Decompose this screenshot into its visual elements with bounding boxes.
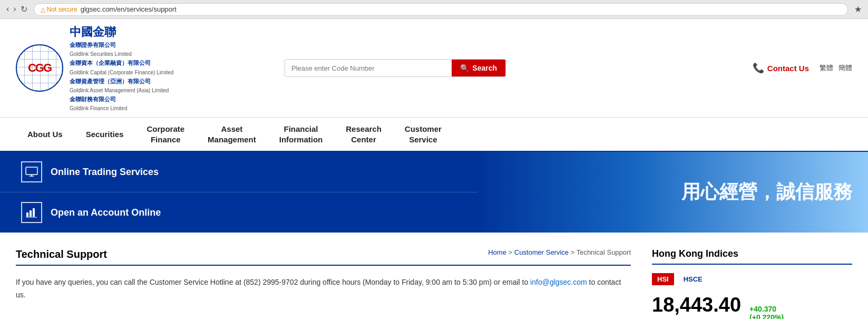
index-value: 18,443.40 — [652, 294, 741, 316]
tab-hsi[interactable]: HSI — [652, 273, 674, 285]
open-account-item[interactable]: Open an Account Online — [0, 192, 477, 233]
forward-icon[interactable]: › — [13, 4, 16, 14]
banner-slogan: 用心經營，誠信服務 — [681, 179, 852, 205]
page-title: Technical Support — [16, 248, 107, 260]
bookmark-icon[interactable]: ★ — [854, 4, 862, 14]
blue-banner: Online Trading Services Open an Account … — [0, 152, 868, 233]
breadcrumb-home[interactable]: Home — [488, 248, 506, 256]
banner-right: 用心經營，誠信服務 — [477, 152, 868, 233]
breadcrumb-sep-1: > — [509, 248, 514, 256]
logo-sub-lines: 金聯證券有限公司 Goldlink Securities Limited 金聯資… — [70, 40, 173, 112]
online-trading-label: Online Trading Services — [51, 167, 159, 178]
content-right: Hong Kong Indices HSI HSCE 18,443.40 +40… — [652, 248, 852, 319]
browser-nav: ‹ › ↻ — [6, 4, 27, 14]
logo-globe: CGG — [16, 44, 63, 92]
nav-item-customer-service[interactable]: CustomerService — [393, 118, 453, 151]
url-text: glgsec.com/en/services/support — [81, 5, 177, 13]
logo-text-block: 中國金聯 金聯證券有限公司 Goldlink Securities Limite… — [70, 24, 173, 112]
logo-line-en-2: Goldlink Capital (Corporate Finance) Lim… — [70, 67, 173, 76]
logo-line-en-3: Goldlink Asset Management (Asia) Limited — [70, 85, 173, 94]
svg-rect-5 — [33, 208, 35, 217]
content-text-1: If you have any queries, you can call th… — [16, 278, 530, 286]
not-secure-indicator: △ Not secure — [41, 6, 77, 13]
open-account-label: Open an Account Online — [51, 207, 161, 218]
search-section: 🔍 Search — [285, 59, 506, 77]
logo-cn-name: 中國金聯 — [70, 24, 173, 40]
svg-rect-4 — [30, 210, 32, 217]
banner-left: Online Trading Services Open an Account … — [0, 152, 477, 233]
nav-item-research-center[interactable]: ResearchCenter — [334, 118, 393, 151]
svg-rect-3 — [26, 212, 28, 217]
nav-item-financial-information[interactable]: FinancialInformation — [268, 118, 335, 151]
content-left: Technical Support Home > Customer Servic… — [16, 248, 631, 319]
search-input-wrap: 🔍 Search — [285, 59, 506, 77]
content-body: If you have any queries, you can call th… — [16, 276, 631, 302]
contact-us-link[interactable]: 📞 Contact Us — [753, 62, 809, 74]
logo-section: CGG 中國金聯 金聯證券有限公司 Goldlink Securities Li… — [16, 24, 269, 112]
nav-item-corporate-finance[interactable]: CorporateFinance — [135, 118, 196, 151]
breadcrumb-current: Technical Support — [577, 248, 631, 256]
chart-icon — [21, 202, 42, 223]
refresh-icon[interactable]: ↻ — [21, 4, 27, 14]
phone-icon: 📞 — [753, 62, 764, 74]
hk-indices-title: Hong Kong Indices — [652, 248, 852, 265]
traditional-chinese-link[interactable]: 繁體 — [820, 63, 833, 73]
nav-item-about-us[interactable]: About Us — [16, 118, 74, 151]
search-input[interactable] — [285, 60, 452, 76]
logo-line-2: 金聯資本（企業融資）有限公司 — [70, 58, 173, 66]
tab-hsce[interactable]: HSCE — [678, 273, 708, 285]
contact-section: 📞 Contact Us 繁體 簡體 — [753, 62, 852, 74]
logo-line-en-1: Goldlink Securities Limited — [70, 49, 173, 57]
browser-bar: ‹ › ↻ △ Not secure glgsec.com/en/service… — [0, 0, 868, 19]
email-link[interactable]: info@glgsec.com — [530, 278, 587, 286]
logo-line-en-4: Goldlink Finance Limited — [70, 103, 173, 112]
logo-letters: CGG — [28, 61, 51, 75]
nav-item-securities[interactable]: Securities — [74, 118, 135, 151]
back-icon[interactable]: ‹ — [6, 4, 9, 14]
search-button[interactable]: 🔍 Search — [452, 60, 505, 76]
nav-item-asset-management[interactable]: AssetManagement — [196, 118, 268, 151]
index-tabs: HSI HSCE — [652, 273, 852, 285]
simplified-chinese-link[interactable]: 簡體 — [838, 63, 852, 73]
header: CGG 中國金聯 金聯證券有限公司 Goldlink Securities Li… — [0, 19, 868, 118]
breadcrumb-customer-service[interactable]: Customer Service — [514, 248, 569, 256]
svg-rect-0 — [26, 167, 37, 175]
language-options: 繁體 簡體 — [820, 63, 852, 73]
nav-bar: About Us Securities CorporateFinance Ass… — [0, 118, 868, 152]
logo-line-4: 金聯財務有限公司 — [70, 94, 173, 103]
address-bar[interactable]: △ Not secure glgsec.com/en/services/supp… — [34, 3, 848, 16]
hk-indices: HSI HSCE 18,443.40 +40.370 (+0.220%) HIS… — [652, 273, 852, 319]
breadcrumb: Home > Customer Service > Technical Supp… — [488, 248, 631, 256]
logo-line-1: 金聯證券有限公司 — [70, 40, 173, 49]
index-change-value: +40.370 — [749, 305, 784, 313]
breadcrumb-sep-2: > — [571, 248, 577, 256]
monitor-icon — [21, 161, 42, 182]
main-content: Technical Support Home > Customer Servic… — [0, 233, 868, 319]
logo-line-3: 金聯資產管理（亞洲）有限公司 — [70, 76, 173, 85]
search-icon: 🔍 — [460, 64, 469, 72]
online-trading-item[interactable]: Online Trading Services — [0, 152, 477, 192]
index-change-pct: (+0.220%) — [749, 313, 784, 319]
